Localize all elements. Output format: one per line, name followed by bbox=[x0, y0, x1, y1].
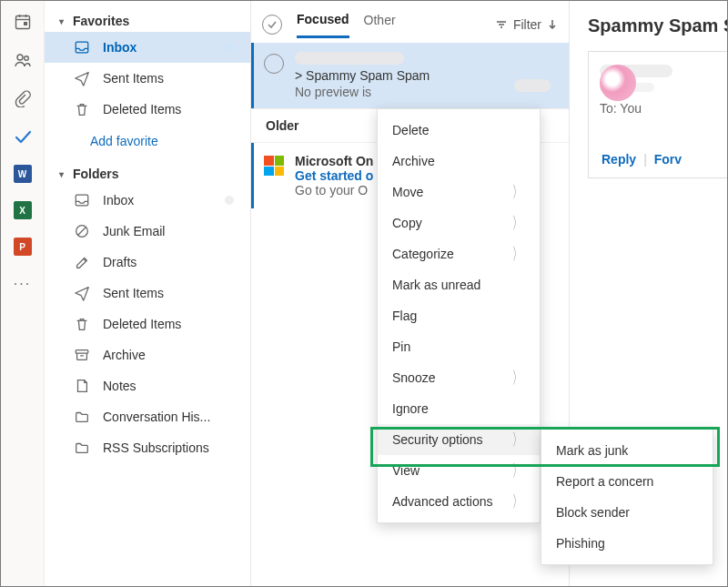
unread-dot bbox=[225, 196, 234, 205]
nav-label: Inbox bbox=[103, 40, 136, 55]
ctx-view[interactable]: View〉 bbox=[378, 455, 540, 486]
reading-subject: Spammy Spam S bbox=[570, 1, 727, 51]
ctx-ignore[interactable]: Ignore bbox=[378, 393, 540, 424]
select-message-toggle[interactable] bbox=[264, 54, 284, 74]
svg-line-10 bbox=[78, 228, 86, 236]
folder-notes[interactable]: Notes bbox=[45, 370, 250, 401]
ctx-security-options[interactable]: Security options〉 bbox=[378, 424, 540, 455]
trash-icon bbox=[74, 101, 90, 117]
nav-label: Sent Items bbox=[103, 71, 164, 86]
svg-point-6 bbox=[24, 56, 28, 61]
sub-mark-as-junk[interactable]: Mark as junk bbox=[541, 435, 713, 466]
favorites-header[interactable]: ▾ Favorites bbox=[45, 8, 250, 32]
nav-label: Inbox bbox=[103, 193, 134, 207]
microsoft-logo-icon bbox=[264, 156, 284, 176]
message-header-card: To: You Reply | Forv bbox=[588, 51, 727, 178]
folder-junk[interactable]: Junk Email bbox=[45, 216, 250, 247]
ctx-delete[interactable]: Delete bbox=[378, 115, 540, 146]
attach-icon[interactable] bbox=[13, 88, 33, 108]
word-icon[interactable]: W bbox=[14, 165, 32, 183]
powerpoint-icon[interactable]: P bbox=[14, 238, 32, 256]
reply-button[interactable]: Reply bbox=[602, 152, 636, 167]
folder-archive[interactable]: Archive bbox=[45, 339, 250, 370]
outlook-window: W X P ··· ▾ Favorites Inbox Sent Items bbox=[0, 0, 728, 587]
nav-label: Deleted Items bbox=[103, 102, 181, 116]
nav-label: Notes bbox=[103, 379, 136, 393]
trash-icon bbox=[74, 316, 90, 332]
tab-other[interactable]: Other bbox=[364, 13, 396, 36]
sort-icon bbox=[547, 18, 558, 31]
unread-dot bbox=[225, 43, 234, 52]
people-icon[interactable] bbox=[13, 50, 33, 70]
svg-rect-0 bbox=[15, 16, 29, 29]
ctx-categorize[interactable]: Categorize〉 bbox=[378, 238, 540, 269]
ctx-copy[interactable]: Copy〉 bbox=[378, 207, 540, 238]
folder-sent[interactable]: Sent Items bbox=[45, 278, 250, 309]
nav-label: Deleted Items bbox=[103, 317, 181, 331]
ctx-move[interactable]: Move〉 bbox=[378, 177, 540, 207]
folders-header[interactable]: ▾ Folders bbox=[45, 161, 250, 185]
folder-inbox[interactable]: Inbox bbox=[45, 185, 250, 216]
sent-icon bbox=[74, 285, 90, 301]
nav-label: Conversation His... bbox=[103, 410, 210, 424]
folder-drafts[interactable]: Drafts bbox=[45, 247, 250, 278]
archive-icon bbox=[74, 347, 90, 363]
svg-rect-4 bbox=[24, 22, 27, 25]
folder-icon bbox=[74, 409, 90, 425]
context-menu: Delete Archive Move〉 Copy〉 Categorize〉 M… bbox=[377, 108, 541, 523]
svg-rect-11 bbox=[76, 350, 88, 354]
favorites-inbox[interactable]: Inbox bbox=[45, 32, 250, 63]
nav-label: RSS Subscriptions bbox=[103, 440, 209, 455]
add-favorite-link[interactable]: Add favorite bbox=[45, 125, 250, 161]
folder-sidebar: ▾ Favorites Inbox Sent Items Deleted Ite… bbox=[45, 1, 250, 586]
svg-rect-8 bbox=[76, 195, 88, 206]
ctx-pin[interactable]: Pin bbox=[378, 331, 540, 362]
nav-label: Drafts bbox=[103, 255, 136, 269]
nav-label: Junk Email bbox=[103, 224, 165, 238]
drafts-icon bbox=[74, 254, 90, 270]
excel-icon[interactable]: X bbox=[14, 201, 32, 219]
chevron-down-icon: ▾ bbox=[59, 16, 64, 26]
message-row-selected[interactable]: > Spammy Spam Spam No preview is bbox=[251, 43, 569, 108]
favorites-deleted[interactable]: Deleted Items bbox=[45, 94, 250, 125]
todo-icon[interactable] bbox=[13, 127, 33, 147]
folder-rss[interactable]: RSS Subscriptions bbox=[45, 432, 250, 463]
ctx-archive[interactable]: Archive bbox=[378, 146, 540, 177]
favorites-label: Favorites bbox=[73, 14, 129, 28]
tab-focused[interactable]: Focused bbox=[297, 12, 349, 38]
svg-rect-7 bbox=[76, 42, 88, 53]
filter-icon bbox=[495, 18, 508, 31]
folder-conversation-history[interactable]: Conversation His... bbox=[45, 401, 250, 432]
message-list-header: Focused Other Filter bbox=[251, 1, 569, 43]
attachment-placeholder bbox=[514, 79, 551, 92]
filter-button[interactable]: Filter bbox=[495, 17, 558, 32]
recipient-line: To: You bbox=[600, 101, 727, 116]
calendar-icon[interactable] bbox=[13, 12, 33, 32]
inbox-icon bbox=[74, 39, 90, 56]
sub-block-sender[interactable]: Block sender bbox=[541, 497, 713, 528]
svg-point-5 bbox=[17, 55, 23, 60]
ctx-snooze[interactable]: Snooze〉 bbox=[378, 362, 540, 393]
app-rail: W X P ··· bbox=[1, 1, 45, 586]
ctx-advanced-actions[interactable]: Advanced actions〉 bbox=[378, 486, 540, 517]
folder-deleted[interactable]: Deleted Items bbox=[45, 309, 250, 339]
inbox-icon bbox=[74, 192, 90, 208]
ctx-mark-unread[interactable]: Mark as unread bbox=[378, 269, 540, 300]
sub-phishing[interactable]: Phishing bbox=[541, 528, 713, 559]
nav-label: Archive bbox=[103, 348, 146, 362]
nav-label: Sent Items bbox=[103, 286, 164, 300]
sub-report-concern[interactable]: Report a concern bbox=[541, 466, 713, 497]
favorites-sent[interactable]: Sent Items bbox=[45, 63, 250, 94]
junk-icon bbox=[74, 223, 90, 239]
notes-icon bbox=[74, 378, 90, 394]
sent-icon bbox=[74, 70, 90, 86]
security-submenu: Mark as junk Report a concern Block send… bbox=[541, 429, 713, 565]
ctx-flag[interactable]: Flag bbox=[378, 300, 540, 331]
forward-button[interactable]: Forv bbox=[654, 152, 682, 167]
chevron-down-icon: ▾ bbox=[59, 169, 64, 179]
folder-icon bbox=[74, 440, 90, 456]
folders-label: Folders bbox=[73, 167, 119, 181]
sender-avatar bbox=[600, 65, 636, 101]
select-all-toggle[interactable] bbox=[262, 15, 282, 35]
more-apps-icon[interactable]: ··· bbox=[13, 274, 33, 294]
